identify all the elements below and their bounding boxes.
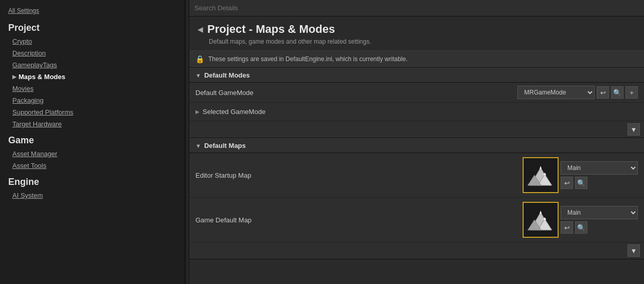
game-default-map-thumbnail-svg xyxy=(525,204,556,235)
sidebar-item-label-packaging: Packaging xyxy=(12,97,44,104)
game-default-map-dropdown[interactable]: Main xyxy=(561,206,638,219)
info-banner: 🔒 These settings are saved in DefaultEng… xyxy=(189,50,644,68)
maps-section-collapse-arrow: ▼ xyxy=(195,143,201,149)
default-gamemode-label: Default GameMode xyxy=(195,89,517,97)
sidebar-item-label-asset-tools: Asset Tools xyxy=(12,162,46,169)
sidebar-item-label-crypto: Crypto xyxy=(12,37,32,45)
sidebar-item-maps-modes[interactable]: ▶ Maps & Modes xyxy=(0,71,185,83)
sidebar-item-label-asset-manager: Asset Manager xyxy=(12,150,57,158)
page-subtitle: Default maps, game modes and other map r… xyxy=(189,38,644,50)
sidebar-sections: ProjectCryptoDescriptionGameplayTags▶ Ma… xyxy=(0,17,185,201)
all-settings-link[interactable]: All Settings xyxy=(0,4,185,17)
game-default-map-dropdowns: Main ↩ 🔍 xyxy=(561,206,638,234)
editor-startup-map-dropdown[interactable]: Main xyxy=(561,161,638,175)
default-modes-section: ▼ Default Modes Default GameMode MRGameM… xyxy=(189,68,644,138)
sidebar-item-label-maps-modes: Maps & Modes xyxy=(19,73,65,81)
default-maps-header[interactable]: ▼ Default Maps xyxy=(189,138,644,153)
page-title: Project - Maps & Modes xyxy=(207,23,335,36)
sidebar-item-asset-tools[interactable]: Asset Tools xyxy=(0,160,185,172)
sidebar-item-movies[interactable]: Movies xyxy=(0,83,185,94)
maps-chevron-row: ▼ xyxy=(189,242,644,259)
sidebar-item-asset-manager[interactable]: Asset Manager xyxy=(0,148,185,160)
game-default-map-controls: Main ↩ 🔍 xyxy=(523,202,638,238)
selected-gamemode-label: ▶ Selected GameMode xyxy=(195,108,638,116)
game-default-map-reset-button[interactable]: ↩ xyxy=(561,221,573,234)
sidebar-item-target-hardware[interactable]: Target Hardware xyxy=(0,118,185,130)
sidebar-item-description[interactable]: Description xyxy=(0,47,185,59)
modes-chevron-row: ▼ xyxy=(189,121,644,138)
editor-startup-map-row: Editor Startup Map Main xyxy=(189,153,644,198)
svg-marker-8 xyxy=(540,211,542,214)
sidebar-item-label-supported-platforms: Supported Platforms xyxy=(12,108,74,116)
default-modes-header[interactable]: ▼ Default Modes xyxy=(189,68,644,83)
editor-startup-map-search-button[interactable]: 🔍 xyxy=(575,177,587,189)
sidebar-item-label-movies: Movies xyxy=(12,85,33,92)
game-default-map-thumbnail xyxy=(523,202,559,238)
content-area: ◀ Project - Maps & Modes Default maps, g… xyxy=(189,16,644,284)
game-default-map-row: Game Default Map Main xyxy=(189,198,644,242)
page-title-row: ◀ Project - Maps & Modes xyxy=(189,16,644,38)
editor-startup-map-thumbnail xyxy=(523,157,559,193)
modes-scroll-down-button[interactable]: ▼ xyxy=(628,123,640,136)
lock-icon: 🔒 xyxy=(195,55,204,63)
sidebar-item-crypto[interactable]: Crypto xyxy=(0,35,185,47)
section-collapse-arrow: ▼ xyxy=(195,72,201,79)
gamemode-search-button[interactable]: 🔍 xyxy=(611,86,623,99)
default-maps-section: ▼ Default Maps Editor Startup Map xyxy=(189,138,644,259)
sidebar-item-gameplaytags[interactable]: GameplayTags xyxy=(0,59,185,71)
sidebar-item-label-gameplaytags: GameplayTags xyxy=(12,61,57,69)
search-bar xyxy=(189,0,644,16)
game-default-map-search-button[interactable]: 🔍 xyxy=(575,221,587,234)
sidebar-item-arrow-maps-modes: ▶ xyxy=(12,74,16,80)
editor-startup-map-label: Editor Startup Map xyxy=(195,172,516,179)
default-gamemode-controls: MRGameMode ↩ 🔍 + xyxy=(517,86,638,99)
sidebar-item-supported-platforms[interactable]: Supported Platforms xyxy=(0,106,185,118)
main-content: ◀ Project - Maps & Modes Default maps, g… xyxy=(189,0,644,284)
svg-marker-3 xyxy=(540,166,542,169)
page-title-arrow: ◀ xyxy=(198,25,203,33)
sidebar-section-title-engine: Engine xyxy=(0,172,185,190)
sidebar-item-ai-system[interactable]: AI System xyxy=(0,190,185,201)
sidebar-section-title-project: Project xyxy=(0,17,185,35)
default-modes-title: Default Modes xyxy=(204,71,250,79)
sidebar-item-label-target-hardware: Target Hardware xyxy=(12,120,62,128)
sidebar-item-label-ai-system: AI System xyxy=(12,192,43,199)
sidebar-item-packaging[interactable]: Packaging xyxy=(0,94,185,106)
sidebar-section-title-game: Game xyxy=(0,130,185,148)
selected-gamemode-row: ▶ Selected GameMode xyxy=(189,103,644,121)
default-maps-title: Default Maps xyxy=(204,142,246,149)
info-banner-text: These settings are saved in DefaultEngin… xyxy=(208,55,408,63)
default-gamemode-dropdown[interactable]: MRGameMode xyxy=(517,86,595,99)
selected-gamemode-arrow[interactable]: ▶ xyxy=(195,109,200,115)
gamemode-add-button[interactable]: + xyxy=(625,86,638,99)
sidebar-item-label-description: Description xyxy=(12,49,46,57)
scroll-divider xyxy=(185,0,189,284)
editor-startup-map-dropdowns: Main ↩ 🔍 xyxy=(561,161,638,189)
gamemode-reset-button[interactable]: ↩ xyxy=(597,86,609,99)
maps-scroll-down-button[interactable]: ▼ xyxy=(628,244,640,257)
editor-startup-map-reset-button[interactable]: ↩ xyxy=(561,177,573,189)
sidebar: All Settings ProjectCryptoDescriptionGam… xyxy=(0,0,185,284)
editor-startup-map-thumbnail-svg xyxy=(525,160,556,191)
editor-startup-map-controls: Main ↩ 🔍 xyxy=(523,157,638,193)
search-input[interactable] xyxy=(194,4,639,12)
game-default-map-label: Game Default Map xyxy=(195,216,516,224)
default-gamemode-row: Default GameMode MRGameMode ↩ 🔍 + xyxy=(189,83,644,103)
